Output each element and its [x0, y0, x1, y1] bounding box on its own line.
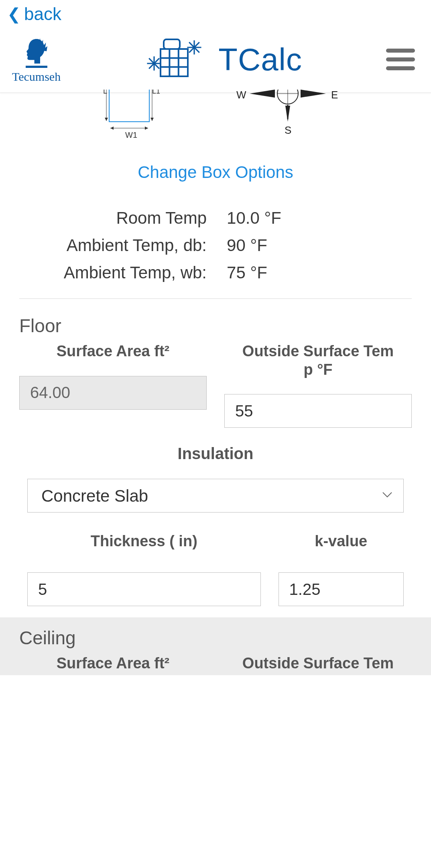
floor-surface-label: Surface Area ft² [57, 342, 170, 361]
svg-rect-0 [26, 66, 47, 68]
ambient-wb-value: 75 °F [223, 263, 396, 282]
ceiling-outtemp-label: Outside Surface Tem [242, 654, 394, 673]
brand-subtext: Tecumseh [12, 70, 61, 84]
floor-thickness-input[interactable] [27, 572, 261, 606]
diagram-W1-label: W1 [125, 131, 137, 139]
back-button[interactable]: ❮ back [7, 4, 61, 24]
app-header: Tecumseh TCalc [0, 27, 431, 93]
ceiling-section: Ceiling Surface Area ft² Outside Surface… [0, 617, 431, 675]
compass-S-label: S [285, 124, 291, 136]
compass-W-label: W [236, 90, 246, 101]
floor-kvalue-input[interactable] [279, 572, 404, 606]
ceiling-surface-label: Surface Area ft² [57, 654, 170, 673]
svg-rect-15 [109, 90, 149, 122]
diagram-L-label: L [103, 90, 107, 95]
floor-surface-input [19, 376, 207, 410]
ambient-db-label: Ambient Temp, db: [35, 236, 223, 255]
hamburger-icon [386, 49, 415, 53]
diagram-row: L L1 W1 [10, 90, 421, 150]
floor-title: Floor [19, 315, 412, 337]
tcalc-icon [144, 35, 209, 84]
ambient-wb-label: Ambient Temp, wb: [35, 263, 223, 282]
menu-button[interactable] [386, 49, 415, 70]
svg-marker-19 [150, 118, 154, 121]
brand-logo: Tecumseh [12, 35, 61, 84]
svg-marker-29 [301, 90, 326, 98]
temp-summary: Room Temp 10.0 °F Ambient Temp, db: 90 °… [35, 204, 397, 286]
app-logo: TCalc [144, 35, 302, 84]
diagram-L1-label: L1 [152, 90, 160, 95]
tecumseh-head-icon [18, 35, 55, 71]
floor-kvalue-label: k-value [315, 533, 367, 550]
svg-marker-28 [250, 90, 275, 98]
change-box-options-link[interactable]: Change Box Options [10, 150, 421, 200]
room-temp-label: Room Temp [35, 208, 223, 228]
floor-section: Floor Surface Area ft² Outside Surface T… [10, 299, 421, 606]
floor-outtemp-input[interactable] [224, 394, 412, 428]
ambient-db-value: 90 °F [223, 236, 396, 255]
svg-marker-17 [105, 118, 108, 121]
room-temp-value: 10.0 °F [223, 208, 396, 228]
back-label: back [24, 4, 61, 24]
chevron-left-icon: ❮ [7, 6, 21, 22]
box-diagram: L L1 W1 [91, 90, 171, 146]
ceiling-title: Ceiling [19, 627, 412, 649]
compass-E-label: E [331, 90, 338, 101]
floor-insulation-label: Insulation [19, 445, 412, 463]
floor-insulation-select[interactable]: Concrete Slab [27, 479, 404, 513]
floor-outtemp-label: Outside Surface Tem p °F [242, 342, 394, 379]
floor-thickness-label: Thickness ( in) [91, 533, 197, 550]
app-title: TCalc [218, 41, 302, 78]
svg-rect-1 [164, 39, 180, 49]
compass-diagram: W E S [236, 90, 340, 146]
svg-marker-22 [145, 127, 148, 130]
svg-rect-2 [161, 49, 188, 76]
svg-marker-21 [110, 127, 114, 130]
